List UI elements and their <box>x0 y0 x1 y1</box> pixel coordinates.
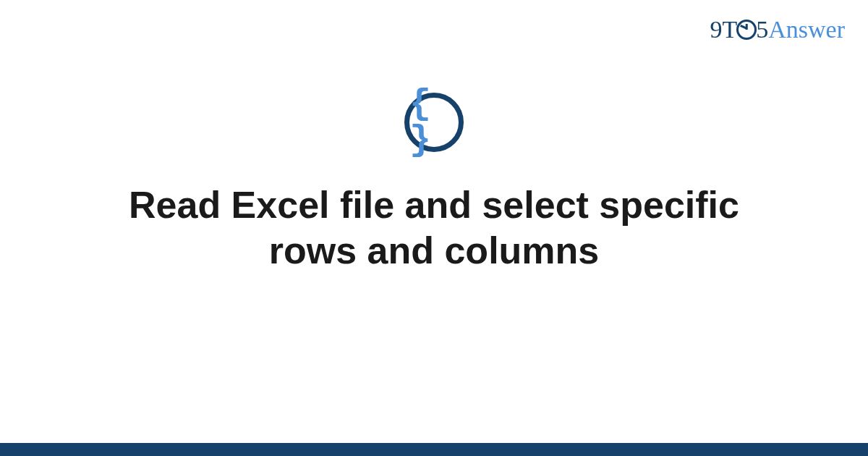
footer-accent-bar <box>0 443 868 456</box>
category-badge: { } <box>404 93 464 152</box>
logo-suffix: Answer <box>768 16 845 43</box>
clock-icon <box>736 20 757 40</box>
article-title: Read Excel file and select specific rows… <box>72 182 796 274</box>
main-content: { } Read Excel file and select specific … <box>0 93 868 274</box>
logo-middle-numeral: 5 <box>756 16 768 43</box>
code-braces-icon: { } <box>409 86 459 159</box>
site-logo: 9T5Answer <box>710 16 845 43</box>
logo-prefix: 9T <box>710 16 737 43</box>
